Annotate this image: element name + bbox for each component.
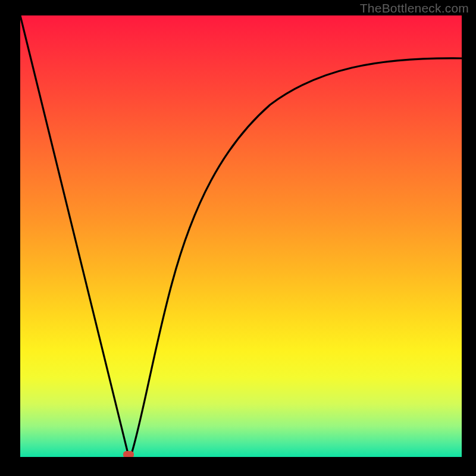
curve-svg: [20, 15, 462, 457]
plot-area: [20, 15, 462, 457]
min-marker: [123, 451, 134, 457]
watermark-text: TheBottleneck.com: [360, 1, 469, 15]
chart-frame: TheBottleneck.com: [0, 0, 476, 476]
curve-path: [20, 15, 462, 456]
